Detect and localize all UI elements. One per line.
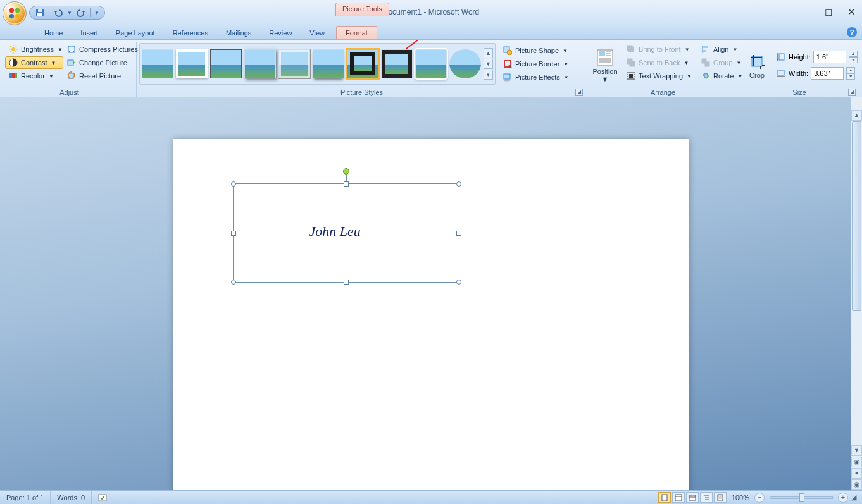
redo-icon[interactable]: [76, 8, 86, 18]
view-web-layout[interactable]: [686, 492, 699, 503]
quick-access-toolbar: ▼ ▼: [29, 6, 105, 20]
group-title-size: Size◢: [742, 87, 857, 97]
view-outline[interactable]: [700, 492, 713, 503]
close-button[interactable]: ✕: [847, 6, 856, 18]
view-print-layout[interactable]: [658, 492, 671, 503]
document-page[interactable]: John Leu: [173, 139, 689, 490]
prev-page[interactable]: ◉: [851, 457, 862, 467]
resize-handle-sw[interactable]: [231, 280, 236, 285]
qat-customize-dropdown[interactable]: ▼: [94, 10, 99, 16]
ribbon: Brightness▼ Contrast▼ Recolor▼ Compress …: [0, 40, 862, 97]
picture-styles-gallery[interactable]: ▲ ▼ ▾: [139, 43, 496, 85]
gallery-scroll-up[interactable]: ▲: [484, 48, 493, 58]
tab-mailings[interactable]: Mailings: [217, 27, 260, 39]
resize-handle-s[interactable]: [344, 280, 349, 285]
style-thumb-6[interactable]: [313, 49, 344, 78]
svg-point-27: [504, 80, 510, 82]
align-button[interactable]: Align▼: [697, 43, 746, 56]
height-input[interactable]: [813, 51, 846, 63]
maximize-button[interactable]: ◻: [825, 6, 832, 18]
zoom-out[interactable]: −: [754, 493, 765, 503]
resize-handle-e[interactable]: [456, 231, 461, 236]
tab-view[interactable]: View: [301, 27, 334, 39]
width-spin-down[interactable]: ▼: [846, 73, 855, 80]
position-icon: [595, 47, 615, 68]
contrast-button[interactable]: Contrast▼: [5, 56, 63, 69]
rotate-button[interactable]: Rotate▼: [697, 70, 746, 82]
width-spin-up[interactable]: ▲: [846, 67, 855, 73]
resize-handle-nw[interactable]: [231, 181, 236, 187]
picture-effects-icon: [503, 72, 513, 82]
size-dialog-launcher[interactable]: ◢: [848, 89, 856, 96]
selected-picture[interactable]: John Leu: [233, 183, 459, 283]
style-thumb-1[interactable]: [142, 49, 173, 78]
zoom-slider[interactable]: [770, 496, 833, 499]
group-arrange: Position▼ Bring to Front▼ Send to Back▼ …: [587, 42, 739, 97]
style-thumb-8[interactable]: [381, 49, 413, 78]
style-thumb-4[interactable]: [244, 49, 276, 78]
undo-icon[interactable]: [53, 8, 63, 18]
picture-shape-button[interactable]: Picture Shape▼: [499, 44, 572, 57]
resize-handle-w[interactable]: [231, 231, 236, 236]
reset-picture-button[interactable]: Reset Picture: [63, 70, 137, 82]
width-icon: [776, 68, 786, 78]
resize-handle-se[interactable]: [456, 280, 461, 285]
styles-dialog-launcher[interactable]: ◢: [575, 89, 583, 96]
picture-border-button[interactable]: Picture Border▼: [499, 58, 572, 70]
zoom-in[interactable]: +: [838, 493, 848, 503]
tab-format[interactable]: Format: [336, 26, 377, 39]
height-spin-down[interactable]: ▼: [849, 57, 858, 63]
status-proofing[interactable]: [92, 491, 115, 504]
tab-home[interactable]: Home: [35, 27, 72, 39]
height-spin-up[interactable]: ▲: [849, 51, 858, 57]
tab-references[interactable]: References: [164, 27, 217, 39]
vertical-scrollbar[interactable]: ▲ ▼ ◉ ● ◉: [851, 97, 862, 490]
gallery-scroll-down[interactable]: ▼: [484, 59, 493, 69]
browse-object[interactable]: ●: [851, 468, 862, 479]
change-picture-icon: [66, 58, 77, 68]
contextual-tab-picture-tools: Picture Tools: [335, 3, 389, 16]
style-thumb-9[interactable]: [415, 49, 447, 78]
width-input[interactable]: [811, 67, 844, 80]
tab-review[interactable]: Review: [260, 27, 301, 39]
status-page[interactable]: Page: 1 of 1: [0, 491, 51, 504]
picture-effects-button[interactable]: Picture Effects▼: [499, 71, 572, 83]
svg-point-1: [15, 8, 20, 12]
next-page[interactable]: ◉: [851, 479, 862, 490]
tab-insert[interactable]: Insert: [72, 27, 107, 39]
crop-button[interactable]: Crop: [742, 49, 772, 81]
height-icon: [776, 52, 786, 62]
change-picture-button[interactable]: Change Picture: [63, 56, 137, 69]
status-words[interactable]: Words: 0: [51, 491, 92, 504]
resize-handle-ne[interactable]: [456, 181, 461, 187]
svg-line-15: [16, 46, 17, 47]
style-thumb-2[interactable]: [176, 49, 208, 78]
style-thumb-5[interactable]: [278, 49, 310, 78]
gallery-more[interactable]: ▾: [484, 70, 493, 80]
scroll-down[interactable]: ▼: [851, 445, 862, 456]
view-full-screen[interactable]: [672, 492, 685, 503]
style-thumb-10[interactable]: [449, 49, 481, 78]
help-icon[interactable]: ?: [847, 27, 857, 37]
text-wrapping-button[interactable]: Text Wrapping▼: [623, 70, 695, 82]
scrollbar-thumb[interactable]: [852, 121, 861, 311]
resize-handle-n[interactable]: [344, 181, 349, 187]
group-button: Group▼: [697, 56, 746, 69]
style-thumb-3[interactable]: [210, 49, 242, 78]
minimize-button[interactable]: —: [800, 6, 809, 18]
svg-rect-19: [15, 73, 17, 78]
undo-dropdown[interactable]: ▼: [67, 10, 72, 16]
tab-page-layout[interactable]: Page Layout: [107, 27, 164, 39]
compress-pictures-button[interactable]: Compress Pictures: [63, 43, 137, 56]
save-icon[interactable]: [35, 8, 45, 18]
rotate-handle[interactable]: [343, 168, 349, 175]
brightness-button[interactable]: Brightness▼: [5, 43, 63, 56]
view-draft[interactable]: [714, 492, 727, 503]
zoom-level[interactable]: 100%: [732, 494, 749, 501]
recolor-button[interactable]: Recolor▼: [5, 70, 63, 82]
resize-grip[interactable]: ◢: [849, 493, 858, 501]
office-button[interactable]: [3, 1, 27, 25]
position-button[interactable]: Position▼: [590, 43, 620, 87]
style-thumb-7[interactable]: [347, 49, 378, 78]
scroll-up[interactable]: ▲: [851, 110, 862, 121]
